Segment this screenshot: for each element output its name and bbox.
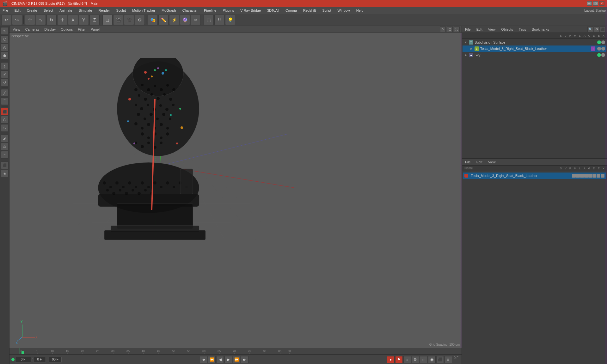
menu-redshift[interactable]: Redshift bbox=[302, 8, 317, 13]
object-mode-button[interactable]: ◻ bbox=[102, 15, 113, 25]
attr-icon-4[interactable] bbox=[584, 174, 588, 178]
attr-icon-2[interactable] bbox=[576, 174, 580, 178]
axis-y-button[interactable]: Y bbox=[79, 15, 89, 25]
om-file-tab[interactable]: File bbox=[463, 27, 473, 32]
viewport-render-button[interactable]: ◻ bbox=[447, 27, 453, 32]
paintbrush-button[interactable]: 🖌 bbox=[1, 135, 9, 142]
maximize-button[interactable]: □ bbox=[593, 1, 598, 6]
lasso-button[interactable]: ≋ bbox=[191, 15, 201, 25]
menu-file[interactable]: File bbox=[1, 8, 9, 13]
expand-icon-sky[interactable]: ▶ bbox=[464, 53, 468, 57]
move-tool-button[interactable]: ✢ bbox=[25, 15, 35, 25]
undo-button[interactable]: ↩ bbox=[1, 15, 11, 25]
attr-file-tab[interactable]: File bbox=[463, 160, 473, 165]
om-objects-tab[interactable]: Objects bbox=[499, 27, 515, 32]
viewport-toggle-button[interactable]: ⤡ bbox=[440, 27, 446, 32]
play-button[interactable]: ▶ bbox=[224, 356, 232, 363]
menu-vray[interactable]: V-Ray Bridge bbox=[239, 8, 262, 13]
keyframe-button[interactable]: ⬦ bbox=[403, 356, 411, 363]
om-bookmarks-tab[interactable]: Bookmarks bbox=[530, 27, 551, 32]
obj-sky[interactable]: ▶ ☁ Sky bbox=[463, 52, 606, 58]
record-button[interactable]: ● bbox=[387, 356, 395, 363]
display-mode-button[interactable]: ⬚ bbox=[204, 15, 214, 25]
menu-simulate[interactable]: Simulate bbox=[77, 8, 94, 13]
paint-button[interactable]: ✏️ bbox=[158, 15, 169, 25]
menu-render[interactable]: Render bbox=[97, 8, 111, 13]
camera-button[interactable]: 🎭 bbox=[148, 15, 158, 25]
spline-button[interactable]: ⌒ bbox=[1, 97, 9, 105]
display-light-button[interactable]: 💡 bbox=[225, 15, 235, 25]
extrude-button[interactable]: ⬛ bbox=[1, 108, 9, 115]
render-region-button[interactable]: 🎬 bbox=[113, 15, 123, 25]
menu-create[interactable]: Create bbox=[26, 8, 39, 13]
attr-icon-1[interactable] bbox=[572, 174, 576, 178]
menu-plugins[interactable]: Plugins bbox=[221, 8, 235, 13]
step-forward-button[interactable]: ⏩ bbox=[233, 356, 240, 363]
om-edit-tab[interactable]: Edit bbox=[475, 27, 484, 32]
minimize-button[interactable]: ─ bbox=[587, 1, 592, 6]
menu-sculpt[interactable]: Sculpt bbox=[115, 8, 127, 13]
vis-dot-gray3[interactable] bbox=[601, 47, 605, 51]
magnet-button[interactable]: 🔮 bbox=[180, 15, 190, 25]
lasso-tool-button[interactable]: ⬡ bbox=[1, 35, 9, 43]
rotate-tool-button[interactable]: ↻ bbox=[46, 15, 57, 25]
obj-tesla-model[interactable]: ▶ L Tesla_Model_3_Right_Seat_Black_Leath… bbox=[463, 46, 606, 52]
menu-script[interactable]: Script bbox=[321, 8, 332, 13]
uv-button[interactable]: ◈ bbox=[1, 170, 9, 177]
scale-lt-button[interactable]: ⤢ bbox=[1, 70, 9, 78]
vt-view[interactable]: View bbox=[11, 27, 21, 32]
current-frame-input[interactable] bbox=[15, 357, 31, 362]
render-settings-button[interactable]: ⚙ bbox=[135, 15, 145, 25]
loop-tool-button[interactable]: ◎ bbox=[1, 44, 9, 51]
smooth-button[interactable]: ~ bbox=[1, 151, 9, 159]
auto-key-button[interactable]: ⚑ bbox=[395, 356, 403, 363]
menu-corona[interactable]: Corona bbox=[284, 8, 298, 13]
menu-help[interactable]: Help bbox=[355, 8, 365, 13]
playback-settings-button[interactable]: ⚙ bbox=[412, 356, 419, 363]
vt-filter[interactable]: Filter bbox=[77, 27, 87, 32]
rotate-lt-button[interactable]: ↺ bbox=[1, 79, 9, 86]
vis-dot-gray[interactable] bbox=[601, 40, 605, 44]
vt-options[interactable]: Options bbox=[59, 27, 74, 32]
vt-panel[interactable]: Panel bbox=[89, 27, 101, 32]
menu-3dtoall[interactable]: 3DToAll bbox=[266, 8, 280, 13]
attr-icon-6[interactable] bbox=[592, 174, 596, 178]
menu-animate[interactable]: Animate bbox=[58, 8, 73, 13]
vis-dot-gray2[interactable] bbox=[597, 47, 601, 51]
render-button[interactable]: 🎥 bbox=[124, 15, 134, 25]
menu-pipeline[interactable]: Pipeline bbox=[203, 8, 218, 13]
om-settings-icon[interactable]: ⚙ bbox=[594, 27, 599, 32]
om-tags-tab[interactable]: Tags bbox=[517, 27, 528, 32]
attr-edit-tab[interactable]: Edit bbox=[475, 160, 484, 165]
poly-tool-button[interactable]: ⬢ bbox=[1, 52, 9, 59]
vis-dot-green[interactable] bbox=[597, 40, 601, 44]
play-reverse-button[interactable]: ◀ bbox=[216, 356, 224, 363]
attr-icon-3[interactable] bbox=[580, 174, 584, 178]
texture-tag-icon[interactable]: T bbox=[591, 46, 595, 51]
dope-sheet-button[interactable]: ⬛ bbox=[436, 356, 444, 363]
knife-button[interactable]: ⚡ bbox=[169, 15, 179, 25]
timeline-settings-button[interactable]: ⠿ bbox=[420, 356, 427, 363]
bridge-button[interactable]: S bbox=[1, 124, 9, 132]
obj-subdivision-surface[interactable]: ▼ ⬡ Subdivision Surface bbox=[463, 39, 606, 46]
om-view-tab[interactable]: View bbox=[486, 27, 498, 32]
curve-editor-button[interactable]: ≡ bbox=[445, 356, 452, 363]
sky-vis-green[interactable] bbox=[597, 53, 601, 57]
menu-mograph[interactable]: MoGraph bbox=[160, 8, 177, 13]
go-end-button[interactable]: ⏭ bbox=[241, 356, 248, 363]
transform-button[interactable]: ✛ bbox=[57, 15, 67, 25]
bevel-button[interactable]: ⬡ bbox=[1, 116, 9, 124]
attr-icon-8[interactable] bbox=[601, 174, 604, 178]
attr-view-tab[interactable]: View bbox=[486, 160, 498, 165]
motion-settings-button[interactable]: ◉ bbox=[428, 356, 436, 363]
viewport-fullscreen-button[interactable]: ⛶ bbox=[454, 27, 460, 32]
viewport[interactable]: Perspective bbox=[9, 33, 462, 348]
expand-icon-tesla[interactable]: ▶ bbox=[469, 47, 473, 51]
sky-vis-gray[interactable] bbox=[601, 53, 605, 57]
menu-edit[interactable]: Edit bbox=[13, 8, 22, 13]
vt-display[interactable]: Display bbox=[43, 27, 57, 32]
attr-tesla-row[interactable]: Tesla_Model_3_Right_Seat_Black_Leather bbox=[463, 173, 606, 179]
scale-tool-button[interactable]: ⤡ bbox=[36, 15, 46, 25]
menu-motion-tracker[interactable]: Motion Tracker bbox=[131, 8, 156, 13]
go-start-button[interactable]: ⏮ bbox=[200, 356, 207, 363]
